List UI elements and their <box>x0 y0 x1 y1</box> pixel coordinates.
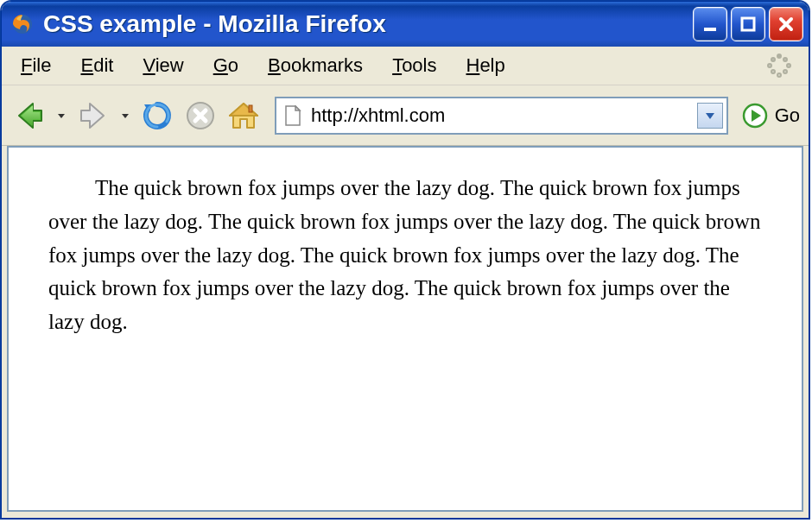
page-icon <box>283 104 302 127</box>
menubar: File Edit View Go Bookmarks Tools Help <box>2 47 809 85</box>
svg-rect-12 <box>249 105 252 112</box>
close-button[interactable] <box>769 7 803 41</box>
svg-point-9 <box>768 64 771 67</box>
svg-point-4 <box>783 58 787 61</box>
activity-throbber-icon <box>764 50 795 81</box>
body-paragraph: The quick brown fox jumps over the lazy … <box>48 172 764 339</box>
back-dropdown[interactable] <box>54 97 69 135</box>
forward-dropdown[interactable] <box>117 97 133 135</box>
titlebar[interactable]: CSS example - Mozilla Firefox <box>2 2 809 47</box>
address-bar[interactable]: http://xhtml.com <box>275 97 728 135</box>
go-area: Go <box>740 101 800 130</box>
menu-file[interactable]: File <box>9 51 63 80</box>
svg-point-8 <box>771 70 775 73</box>
go-button[interactable] <box>740 101 770 130</box>
url-text[interactable]: http://xhtml.com <box>311 104 688 127</box>
svg-point-6 <box>783 70 787 73</box>
back-button[interactable] <box>10 97 48 135</box>
svg-point-7 <box>777 73 781 77</box>
menu-tools[interactable]: Tools <box>380 51 448 80</box>
reload-button[interactable] <box>138 97 176 135</box>
browser-window: CSS example - Mozilla Firefox File Edit … <box>1 1 809 519</box>
svg-rect-2 <box>742 18 754 30</box>
svg-rect-1 <box>704 28 716 31</box>
menu-view[interactable]: View <box>130 51 195 80</box>
menu-edit[interactable]: Edit <box>68 51 125 80</box>
svg-point-10 <box>771 58 775 61</box>
menu-go[interactable]: Go <box>201 51 251 80</box>
svg-point-3 <box>777 54 781 58</box>
menu-bookmarks[interactable]: Bookmarks <box>256 51 375 80</box>
stop-button[interactable] <box>181 97 219 135</box>
firefox-icon <box>10 12 35 36</box>
go-label: Go <box>775 104 800 127</box>
address-dropdown[interactable] <box>697 103 723 129</box>
maximize-button[interactable] <box>731 7 765 41</box>
window-controls <box>693 7 803 41</box>
forward-button[interactable] <box>74 97 112 135</box>
menu-help[interactable]: Help <box>454 51 517 80</box>
window-title: CSS example - Mozilla Firefox <box>43 10 693 38</box>
page-content: The quick brown fox jumps over the lazy … <box>7 146 803 512</box>
navigation-toolbar: http://xhtml.com Go <box>2 85 809 146</box>
minimize-button[interactable] <box>693 7 727 41</box>
svg-point-5 <box>787 64 790 67</box>
home-button[interactable] <box>225 97 263 135</box>
